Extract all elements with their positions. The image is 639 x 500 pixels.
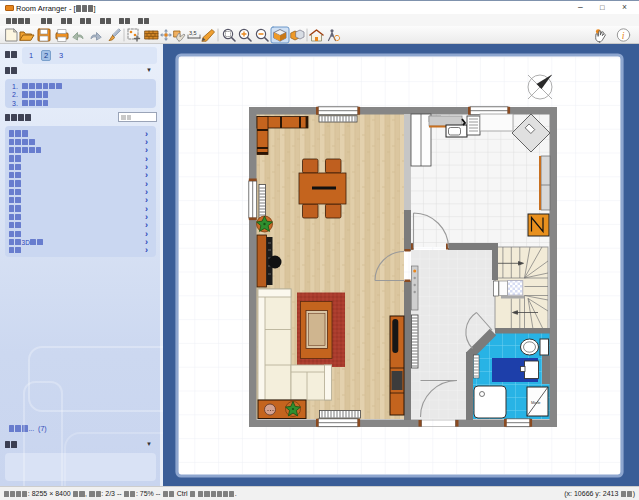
- svg-text:Miele: Miele: [531, 400, 541, 405]
- svg-text:3,5: 3,5: [189, 30, 197, 36]
- svg-text:i: i: [622, 30, 625, 41]
